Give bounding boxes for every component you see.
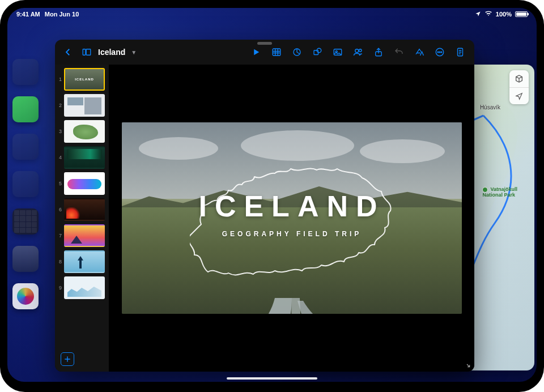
document-options-button[interactable]: [452, 44, 469, 61]
chevron-down-icon: ▼: [131, 49, 137, 56]
slide-number: 5: [57, 181, 62, 186]
play-button[interactable]: [248, 44, 265, 61]
location-icon: [475, 11, 481, 18]
slide-thumbnail[interactable]: [64, 94, 105, 117]
document-title[interactable]: Iceland ▼: [98, 48, 137, 57]
svg-point-12: [437, 52, 439, 53]
battery-icon: [515, 11, 528, 17]
slide-number: 8: [57, 259, 62, 265]
status-time: 9:41 AM: [16, 11, 40, 18]
slide-subtitle-text[interactable]: GEOGRAPHY FIELD TRIP: [122, 230, 462, 238]
insert-shape-button[interactable]: [309, 44, 326, 61]
slide-number: 9: [57, 285, 62, 291]
stage-app-tile[interactable]: [12, 246, 39, 272]
svg-rect-4: [314, 50, 318, 55]
svg-point-9: [359, 49, 362, 52]
slide-thumbnail[interactable]: [64, 250, 105, 273]
slide-thumbnail[interactable]: [64, 276, 105, 299]
slide-number: 1: [57, 76, 62, 82]
undo-button[interactable]: [390, 44, 407, 61]
keynote-window: Iceland ▼ 1 2 3: [55, 40, 474, 372]
maps-controls: [509, 70, 529, 104]
status-date: Mon Jun 10: [45, 11, 79, 18]
slide-thumbnail[interactable]: [64, 120, 105, 143]
slide-title-text[interactable]: ICELAND: [122, 189, 462, 223]
insert-chart-button[interactable]: [288, 44, 305, 61]
home-indicator[interactable]: [227, 377, 317, 380]
slide-navigator[interactable]: 1 2 3 4 5 6 7 8 9: [55, 65, 109, 372]
view-options-button[interactable]: [79, 47, 95, 57]
slide-number: 2: [57, 103, 62, 108]
slide-canvas[interactable]: ICELAND GEOGRAPHY FIELD TRIP: [122, 122, 462, 314]
slide-number: 6: [57, 207, 62, 212]
window-grab-pill[interactable]: [257, 42, 272, 45]
stage-app-tile[interactable]: [12, 171, 39, 197]
maps-park-label: Vatnajökull National Park: [482, 187, 517, 198]
collaborate-button[interactable]: [350, 44, 367, 61]
insert-table-button[interactable]: [268, 44, 285, 61]
maps-city-label: Húsavík: [480, 104, 500, 110]
battery-pct: 100%: [496, 11, 512, 18]
back-button[interactable]: [61, 47, 75, 57]
stage-app-calculator[interactable]: [12, 208, 39, 235]
slide-number: 4: [57, 155, 62, 160]
maps-3d-button[interactable]: [509, 70, 529, 87]
add-slide-button[interactable]: [61, 352, 74, 366]
document-title-label: Iceland: [98, 48, 125, 57]
slide-number: 7: [57, 233, 62, 238]
insert-media-button[interactable]: [329, 44, 346, 61]
stage-app-photos[interactable]: [12, 283, 39, 309]
stage-app-messages[interactable]: [12, 96, 39, 122]
more-button[interactable]: [431, 44, 448, 61]
svg-point-13: [439, 52, 440, 53]
stage-app-tile[interactable]: [12, 59, 39, 85]
svg-rect-0: [83, 49, 86, 56]
svg-point-14: [441, 52, 442, 53]
slide-number: 3: [57, 129, 62, 134]
svg-point-8: [355, 49, 359, 53]
stage-manager-strip: [7, 59, 44, 309]
wifi-icon: [484, 11, 492, 18]
slide-thumbnail[interactable]: [64, 224, 105, 247]
maps-location-button[interactable]: [509, 87, 529, 104]
share-button[interactable]: [370, 44, 387, 61]
stage-app-tile[interactable]: [12, 134, 39, 160]
window-resize-handle[interactable]: [463, 360, 471, 368]
svg-rect-1: [86, 49, 91, 56]
slide-thumbnail[interactable]: [64, 68, 105, 91]
slide-thumbnail[interactable]: [64, 146, 105, 169]
status-bar: 9:41 AM Mon Jun 10 100%: [7, 8, 537, 20]
slide-canvas-area[interactable]: ICELAND GEOGRAPHY FIELD TRIP: [109, 65, 474, 372]
format-button[interactable]: [411, 44, 428, 61]
slide-thumbnail[interactable]: [64, 198, 105, 221]
svg-rect-2: [273, 49, 280, 56]
slide-thumbnail[interactable]: [64, 172, 105, 195]
